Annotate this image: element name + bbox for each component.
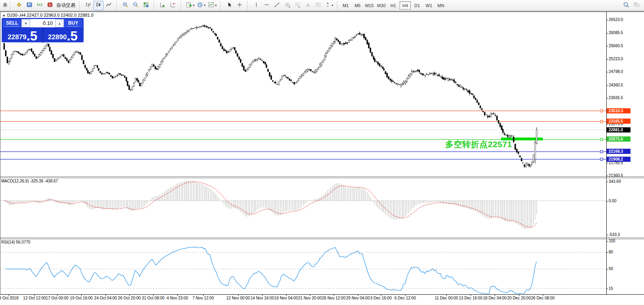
title-triangle-icon: ▲ [2,13,6,17]
rsi-indicator-label: RSI(14) 56.0775 [1,240,30,244]
pivot-line-handle[interactable] [600,138,603,141]
timeframe-M30-button[interactable]: M30 [376,1,387,10]
toolbar-auto-scroll-button[interactable] [158,1,168,10]
toolbar-horizontal-line-button[interactable] [261,1,272,10]
caret-down-icon: ▾ [25,21,27,25]
resistance-line-1-handle[interactable] [600,110,603,112]
toolbar-line-chart-button[interactable] [104,1,114,10]
toolbar-fibonacci-button[interactable]: F [292,1,303,10]
indicators-icon [186,2,192,10]
toolbar-separator [220,1,222,10]
price-axis-tick-label: 24360.5 [609,83,623,88]
time-axis-label: 31 Oct 08:00 [142,296,164,300]
toolbar-candles-chart-button[interactable] [93,1,104,10]
vertical-line-icon [253,2,260,10]
price-axis-tick-label: 23935.5 [609,96,623,100]
time-axis-label: 9 Oct 2018 [0,296,18,300]
caret-down-icon: ▾ [215,4,217,7]
macd-axis-tick-label: -533.3 [609,232,620,237]
zoom-in-icon [122,2,129,10]
toolbar-chart-profiles-button[interactable] [24,1,35,10]
crosshair-icon [236,2,243,10]
toolbar-separator [154,1,155,10]
chart-plot-area[interactable] [0,0,644,305]
svg-text:E: E [289,5,290,8]
time-axis-label: 6 Dec 12:00 [394,296,416,300]
volume-increase-button[interactable]: ▴ [55,19,64,27]
toolbar-zoom-in-button[interactable] [120,1,131,10]
toolbar-vertical-line-button[interactable] [251,1,261,10]
support-line-2-tag: 21908.2 [607,157,631,162]
pivot-line-tag: 22571.5 [607,136,631,142]
toolbar-separator [10,1,12,10]
timeframe-MN-button[interactable]: MN [435,1,446,10]
toolbar-templates-button[interactable]: ▾ [207,1,218,10]
support-line-1-handle[interactable] [600,151,603,153]
autotrading-icon [47,2,53,10]
trendline-icon [274,2,280,10]
toolbar-periods-button[interactable]: ▾ [196,1,207,10]
price-axis-tick-label: 25660.5 [609,44,623,48]
chat-icon [633,2,640,10]
toolbar-indicators-button[interactable]: ▾ [185,1,196,10]
resistance-line-2-handle[interactable] [600,121,603,123]
time-axis-label: 14 Nov 16:00 [250,296,274,300]
timeframe-H1-button[interactable]: H1 [388,1,399,10]
volume-input[interactable]: 0.10 [30,19,55,27]
toolbar-crosshair-button[interactable] [235,1,245,10]
svg-text:A: A [306,2,310,8]
search-icon [623,2,629,10]
toolbar-trendline-button[interactable] [272,1,282,10]
toolbar-new-order-button[interactable] [14,1,24,10]
support-line-1-tag: 22168.3 [607,149,631,154]
time-axis-label: 12 Oct 12:00 [23,296,46,300]
toolbar-autotrading-button[interactable] [45,1,55,10]
timeframe-D1-button[interactable]: D1 [411,1,423,10]
rsi-axis-tick-label: 50 [609,267,613,271]
toolbar-tile-windows-button[interactable] [141,1,151,10]
volume-decrease-button[interactable]: ▾ [21,19,30,27]
toolbar-partial-label[interactable]: 单 [2,2,9,9]
toolbar-chat-button[interactable] [631,1,642,10]
tile-windows-icon [143,2,149,10]
svg-text:T: T [317,3,319,6]
toolbar-cursor-button[interactable] [224,1,235,10]
timeframe-H4-button[interactable]: H4 [400,1,411,10]
toolbar-separator [116,1,118,10]
toolbar-arrows-tool-button[interactable]: ▾ [323,1,334,10]
rsi-axis-tick-label: 15 [609,286,613,291]
toolbar-signal-button[interactable] [35,1,45,10]
time-axis-label: 19 Oct 16:00 [70,296,92,300]
macd-indicator-label: MACD(12,26,9) -325.39 -438.67 [1,179,58,183]
timeframe-M1-button[interactable]: M1 [340,1,351,10]
toolbar-bars-chart-button[interactable] [83,1,93,10]
sell-price[interactable]: 22879.5 [3,28,42,43]
sell-button[interactable]: SELL [3,19,21,27]
toolbar-group-insert: ▾▾▾ [183,0,219,11]
toolbar-text-label-button[interactable]: T [313,1,323,10]
price-axis-tick-label: 26085.5 [609,31,623,35]
timeframe-M5-button[interactable]: M5 [352,1,363,10]
caret-down-icon: ▾ [193,4,194,7]
buy-price[interactable]: 22890.5 [42,28,83,43]
toolbar-group-trade: 自动交易 [13,0,78,11]
periods-icon [197,2,203,10]
toolbar-group-chart-type [82,0,115,11]
arrows-tool-icon [325,2,331,10]
new-order-icon [16,2,22,10]
autotrading-label[interactable]: 自动交易 [55,2,77,9]
toolbar-equidistant-channel-button[interactable]: E [282,1,292,10]
toolbar-search-button[interactable] [621,1,631,10]
toolbar-zoom-out-button[interactable] [131,1,141,10]
buy-button[interactable]: BUY [64,19,83,27]
pivot-annotation-text[interactable]: 多空转折点22571 [445,139,512,150]
support-line-2-handle[interactable] [600,158,603,161]
toolbar-text-button[interactable]: A [303,1,313,10]
timeframe-M15-button[interactable]: M15 [364,1,375,10]
timeframe-W1-button[interactable]: W1 [423,1,434,10]
toolbar-chart-shift-button[interactable] [168,1,178,10]
resistance-line-1-tag: 23510.3 [607,108,631,113]
chart-profiles-icon [26,2,33,10]
time-axis-label: 12 Nov 00:00 [226,296,250,300]
line-chart-icon [106,2,112,10]
